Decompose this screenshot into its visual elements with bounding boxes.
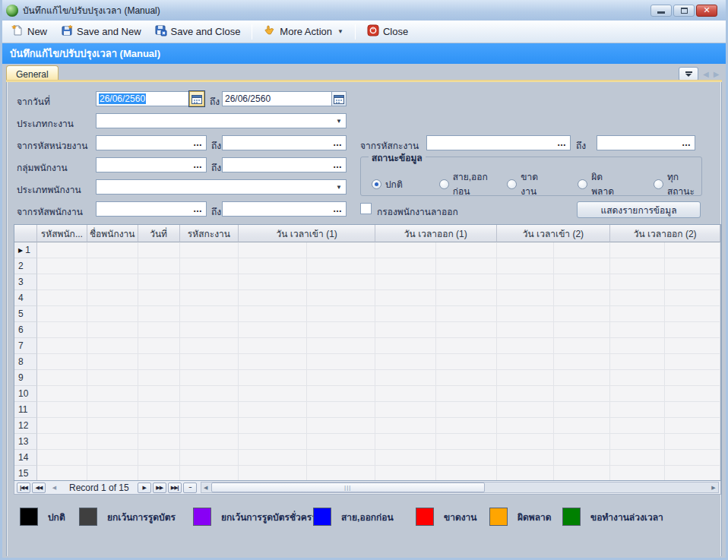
grid-cell[interactable] — [180, 290, 239, 306]
grid-cell[interactable] — [375, 402, 436, 418]
grid-cell[interactable] — [375, 354, 436, 370]
column-header[interactable]: วัน เวลาเข้า (2) — [497, 225, 611, 242]
grid-cell[interactable] — [138, 258, 180, 274]
grid-cell[interactable] — [87, 450, 138, 466]
grid-cell[interactable] — [87, 274, 138, 290]
grid-cell[interactable] — [37, 354, 87, 370]
grid-cell[interactable] — [37, 258, 87, 274]
from-department-input[interactable]: … — [96, 135, 207, 150]
grid-cell[interactable] — [497, 290, 554, 306]
row-header[interactable]: 2 — [14, 258, 37, 274]
to-shift-code-input[interactable]: … — [597, 135, 695, 150]
grid-cell[interactable] — [375, 258, 436, 274]
grid-cell[interactable] — [87, 290, 138, 306]
grid-cell[interactable] — [375, 242, 436, 258]
grid-cell[interactable] — [554, 450, 611, 466]
row-header[interactable]: 8 — [14, 354, 37, 370]
grid-cell[interactable] — [665, 466, 720, 481]
grid-cell[interactable] — [37, 338, 87, 354]
horizontal-scrollbar[interactable]: ◀ ||| ▶ — [201, 482, 719, 493]
more-action-button[interactable]: More Action▼ — [258, 22, 349, 41]
row-header[interactable]: 10 — [14, 386, 37, 402]
grid-cell[interactable] — [37, 370, 87, 386]
grid-cell[interactable] — [497, 386, 554, 402]
grid-cell[interactable] — [436, 290, 497, 306]
grid-cell[interactable] — [37, 290, 87, 306]
grid-cell[interactable] — [610, 306, 665, 322]
grid-cell[interactable] — [180, 370, 239, 386]
grid-cell[interactable] — [239, 322, 307, 338]
new-button[interactable]: New — [6, 22, 52, 41]
tab-scroll-right-icon[interactable]: ▶ — [714, 70, 720, 78]
grid-cell[interactable] — [375, 418, 436, 434]
prev-record-button[interactable]: ◀ — [47, 482, 61, 493]
grid-cell[interactable] — [554, 434, 611, 450]
grid-cell[interactable] — [497, 338, 554, 354]
grid-cell[interactable] — [138, 370, 180, 386]
grid-cell[interactable] — [436, 306, 497, 322]
grid-cell[interactable] — [180, 434, 239, 450]
grid-cell[interactable] — [497, 402, 554, 418]
tab-scroll-left-icon[interactable]: ◀ — [703, 70, 709, 78]
grid-cell[interactable] — [497, 322, 554, 338]
minimize-button[interactable] — [650, 5, 672, 17]
grid-cell[interactable] — [436, 354, 497, 370]
grid-cell[interactable] — [375, 338, 436, 354]
grid-cell[interactable] — [180, 322, 239, 338]
grid-cell[interactable] — [180, 258, 239, 274]
grid-cell[interactable] — [665, 258, 720, 274]
grid-cell[interactable] — [497, 466, 554, 481]
grid-cell[interactable] — [436, 402, 497, 418]
grid-cell[interactable] — [37, 450, 87, 466]
grid-cell[interactable] — [37, 434, 87, 450]
grid-cell[interactable] — [138, 322, 180, 338]
grid-cell[interactable] — [554, 322, 611, 338]
grid-cell[interactable] — [610, 274, 665, 290]
grid-cell[interactable] — [180, 306, 239, 322]
row-header[interactable]: ▶1 — [14, 242, 37, 258]
grid-cell[interactable] — [138, 354, 180, 370]
grid-cell[interactable] — [37, 322, 87, 338]
grid-cell[interactable] — [375, 306, 436, 322]
grid-cell[interactable] — [239, 306, 307, 322]
grid-cell[interactable] — [138, 434, 180, 450]
row-header[interactable]: 5 — [14, 306, 37, 322]
row-header[interactable]: 14 — [14, 450, 37, 466]
grid-cell[interactable] — [375, 386, 436, 402]
grid-cell[interactable] — [497, 354, 554, 370]
grid-cell[interactable] — [436, 466, 497, 481]
from-shift-code-input[interactable]: … — [426, 135, 571, 150]
grid-cell[interactable] — [665, 386, 720, 402]
grid-cell[interactable] — [436, 370, 497, 386]
grid-cell[interactable] — [138, 306, 180, 322]
grid-cell[interactable] — [436, 258, 497, 274]
status-radio-4[interactable]: ผิดพลาด — [578, 169, 617, 198]
row-header[interactable]: 9 — [14, 370, 37, 386]
grid-cell[interactable] — [497, 258, 554, 274]
grid-cell[interactable] — [554, 370, 611, 386]
row-header[interactable]: 4 — [14, 290, 37, 306]
grid-cell[interactable] — [665, 322, 720, 338]
status-radio-5[interactable]: ทุกสถานะ — [654, 169, 697, 198]
grid-cell[interactable] — [665, 418, 720, 434]
grid-cell[interactable] — [138, 466, 180, 481]
grid-cell[interactable] — [307, 306, 375, 322]
grid-cell[interactable] — [554, 306, 611, 322]
grid-cell[interactable] — [436, 450, 497, 466]
grid-cell[interactable] — [665, 434, 720, 450]
grid-cell[interactable] — [610, 354, 665, 370]
prev-page-button[interactable]: ◀◀ — [32, 482, 46, 493]
grid-cell[interactable] — [239, 354, 307, 370]
first-record-button[interactable]: |◀◀ — [17, 482, 30, 493]
grid-cell[interactable] — [239, 418, 307, 434]
grid-cell[interactable] — [87, 418, 138, 434]
grid-cell[interactable] — [180, 402, 239, 418]
grid-cell[interactable] — [375, 434, 436, 450]
last-record-button[interactable]: ▶▶| — [168, 482, 182, 493]
grid-cell[interactable] — [665, 242, 720, 258]
grid-cell[interactable] — [497, 242, 554, 258]
grid-cell[interactable] — [375, 370, 436, 386]
grid-cell[interactable] — [610, 402, 665, 418]
to-department-input[interactable]: … — [222, 135, 347, 150]
grid-cell[interactable] — [239, 370, 307, 386]
